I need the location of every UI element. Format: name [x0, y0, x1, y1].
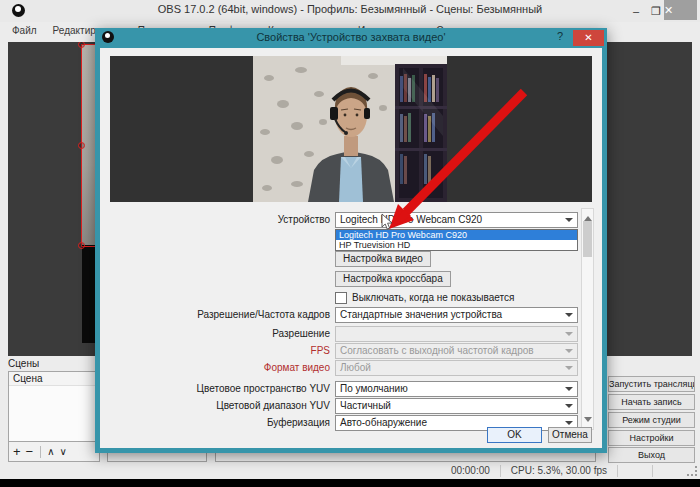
resolution-combobox [335, 326, 578, 342]
cancel-button[interactable]: Отмена [548, 427, 592, 443]
menu-file[interactable]: Файл [4, 22, 45, 40]
checkbox-label: Выключать, когда не показывается [352, 292, 514, 304]
scenes-toolbar: + − ∧ ∨ [9, 441, 99, 461]
configure-video-button[interactable]: Настройка видео [335, 251, 431, 267]
scroll-down-icon[interactable] [584, 417, 592, 426]
resolution-label: Разрешение [100, 326, 330, 342]
deactivate-when-hidden-row: Выключать, когда не показывается [335, 292, 514, 304]
combobox-value: Авто-обнаружение [340, 417, 427, 428]
ok-button[interactable]: OK [487, 427, 542, 443]
studio-mode-button[interactable]: Режим студии [608, 412, 695, 428]
combobox-value: Согласовать с выходной частотой кадров [340, 345, 534, 356]
video-format-label: Формат видео [100, 360, 330, 376]
dialog-content: Устройство Logitech HD Pro Webcam C920 Н… [100, 48, 602, 448]
resolution-fps-type-label: Разрешение/Частота кадров [100, 307, 330, 323]
remove-scene-icon[interactable]: − [26, 443, 34, 461]
settings-button[interactable]: Настройки [608, 430, 695, 446]
configure-crossbar-button[interactable]: Настройка кроссбара [335, 271, 451, 287]
selection-handle[interactable] [78, 142, 85, 149]
dialog-title: Свойства 'Устройство захвата видео' [95, 31, 607, 43]
dialog-scrollbar[interactable] [581, 208, 594, 430]
dialog-close-icon[interactable]: ✕ [573, 30, 604, 46]
combobox-value: По умолчанию [340, 383, 408, 394]
webcam-video-frame [253, 56, 447, 202]
scroll-up-icon[interactable] [584, 212, 592, 221]
properties-dialog: Свойства 'Устройство захвата видео' ? ✕ [95, 28, 607, 453]
chevron-down-icon [565, 404, 573, 412]
dropdown-option-logitech[interactable]: Logitech HD Pro Webcam C920 [336, 230, 577, 240]
start-streaming-button[interactable]: Запустить трансляцию [608, 376, 695, 392]
start-recording-button[interactable]: Начать запись [608, 394, 695, 410]
status-spacer [617, 465, 652, 477]
chevron-down-icon [565, 313, 573, 321]
toolbar-divider [40, 446, 41, 458]
minimize-icon[interactable]: – [628, 4, 644, 19]
maximize-icon[interactable]: ❐ [648, 4, 664, 19]
fps-label: FPS [100, 343, 330, 359]
stream-time: 00:00:00 [441, 465, 500, 477]
move-scene-down-icon[interactable]: ∨ [60, 443, 67, 461]
resolution-fps-type-combobox[interactable]: Стандартные значения устройства [335, 307, 578, 323]
yuv-colorspace-label: Цветовое пространство YUV [100, 381, 330, 397]
camera-preview [110, 56, 592, 202]
exit-button[interactable]: Выход [608, 447, 695, 463]
cpu-fps-status: CPU: 5.3%, 30.00 fps [500, 465, 617, 477]
device-combobox-value: Logitech HD Pro Webcam C920 [340, 214, 482, 225]
selection-handle[interactable] [78, 242, 85, 249]
status-bar: 00:00:00 CPU: 5.3%, 30.00 fps [0, 463, 700, 479]
chevron-down-icon [565, 349, 573, 357]
chevron-down-icon [565, 218, 573, 226]
device-combobox[interactable]: Logitech HD Pro Webcam C920 [335, 212, 578, 228]
window-title: OBS 17.0.2 (64bit, windows) - Профиль: Б… [0, 3, 700, 15]
device-dropdown-list: Logitech HD Pro Webcam C920 HP Truevisio… [335, 229, 578, 251]
device-label: Устройство [100, 212, 330, 228]
resize-grip[interactable] [687, 466, 697, 476]
chevron-down-icon [565, 366, 573, 374]
status-spacer [652, 465, 687, 477]
fps-combobox: Согласовать с выходной частотой кадров [335, 343, 578, 359]
checkbox-unchecked[interactable] [335, 292, 347, 304]
scenes-panel-header: Сцены [8, 358, 39, 369]
chevron-down-icon [565, 387, 573, 395]
add-scene-icon[interactable]: + [13, 443, 21, 461]
yuv-colorspace-combobox[interactable]: По умолчанию [335, 381, 578, 397]
yuv-range-label: Цветовой диапазон YUV [100, 398, 330, 414]
close-icon[interactable]: ✕ [664, 0, 697, 20]
source-black-area [82, 245, 95, 343]
chevron-down-icon [565, 332, 573, 340]
combobox-value: Любой [340, 362, 371, 373]
dialog-titlebar[interactable]: Свойства 'Устройство захвата видео' ? ✕ [95, 28, 607, 48]
help-icon[interactable]: ? [553, 30, 567, 42]
dropdown-option-hp[interactable]: HP Truevision HD [336, 240, 577, 250]
video-format-combobox: Любой [335, 360, 578, 376]
scene-list-item[interactable]: Сцена [9, 372, 99, 386]
scrollbar-thumb[interactable] [583, 221, 592, 257]
yuv-range-combobox[interactable]: Частичный [335, 398, 578, 414]
move-scene-up-icon[interactable]: ∧ [47, 443, 54, 461]
combobox-value: Частичный [340, 400, 391, 411]
window-titlebar: OBS 17.0.2 (64bit, windows) - Профиль: Б… [0, 0, 700, 22]
scenes-list: Сцена + − ∧ ∨ [8, 371, 100, 462]
buffering-label: Буферизация [100, 415, 330, 431]
combobox-value: Стандартные значения устройства [340, 309, 502, 320]
